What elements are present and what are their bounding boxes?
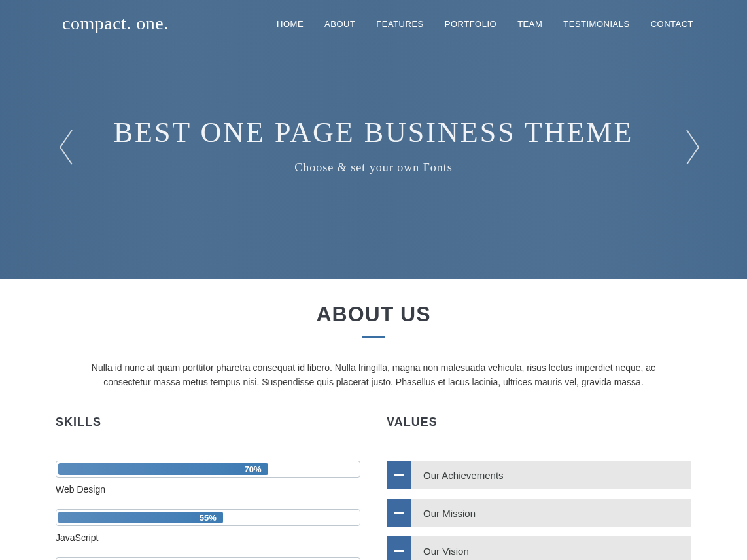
skill-third: 80% bbox=[56, 557, 360, 560]
skill-javascript: 55% JavaScript bbox=[56, 509, 360, 543]
slider-next-icon[interactable] bbox=[686, 128, 701, 167]
skill-percent: 70% bbox=[245, 464, 262, 474]
skill-fill: 55% bbox=[58, 512, 223, 523]
skills-title: SKILLS bbox=[56, 415, 360, 429]
skill-bar: 70% bbox=[56, 461, 360, 478]
slider-prev-icon[interactable] bbox=[58, 128, 73, 167]
accordion-label[interactable]: Our Achievements bbox=[411, 461, 691, 489]
site-header: compact. one. HOME ABOUT FEATURES PORTFO… bbox=[0, 0, 747, 34]
about-text: Nulla id nunc at quam porttitor pharetra… bbox=[89, 361, 658, 389]
accordion-label[interactable]: Our Mission bbox=[411, 499, 691, 527]
values-title: VALUES bbox=[387, 415, 691, 429]
nav-testimonials[interactable]: TESTIMONIALS bbox=[563, 19, 629, 29]
about-columns: SKILLS 70% Web Design 55% JavaScript bbox=[56, 415, 691, 560]
skill-bar: 55% bbox=[56, 509, 360, 526]
minus-icon[interactable] bbox=[387, 461, 411, 489]
skill-percent: 55% bbox=[200, 513, 217, 523]
minus-icon[interactable] bbox=[387, 536, 411, 560]
title-underline bbox=[362, 336, 385, 338]
about-section: ABOUT US Nulla id nunc at quam porttitor… bbox=[0, 279, 747, 560]
about-title: ABOUT US bbox=[56, 302, 691, 326]
accordion-mission[interactable]: Our Mission bbox=[387, 499, 691, 527]
nav-team[interactable]: TEAM bbox=[517, 19, 542, 29]
skill-label: Web Design bbox=[56, 484, 360, 495]
skill-bar: 80% bbox=[56, 557, 360, 560]
values-column: VALUES Our Achievements Our Mission Our … bbox=[387, 415, 691, 560]
accordion-achievements[interactable]: Our Achievements bbox=[387, 461, 691, 489]
hero-title: BEST ONE PAGE BUSINESS THEME bbox=[0, 116, 747, 149]
nav-portfolio[interactable]: PORTFOLIO bbox=[445, 19, 496, 29]
skills-column: SKILLS 70% Web Design 55% JavaScript bbox=[56, 415, 360, 560]
accordion-label[interactable]: Our Vision bbox=[411, 536, 691, 560]
nav-features[interactable]: FEATURES bbox=[376, 19, 423, 29]
accordion-vision[interactable]: Our Vision bbox=[387, 536, 691, 560]
minus-icon[interactable] bbox=[387, 499, 411, 527]
skill-web-design: 70% Web Design bbox=[56, 461, 360, 495]
nav-contact[interactable]: CONTACT bbox=[651, 19, 693, 29]
hero-banner: compact. one. HOME ABOUT FEATURES PORTFO… bbox=[0, 0, 747, 279]
nav-about[interactable]: ABOUT bbox=[324, 19, 355, 29]
main-nav: HOME ABOUT FEATURES PORTFOLIO TEAM TESTI… bbox=[277, 19, 693, 29]
site-logo[interactable]: compact. one. bbox=[62, 13, 169, 34]
hero-subtitle: Choose & set your own Fonts bbox=[0, 161, 747, 175]
nav-home[interactable]: HOME bbox=[277, 19, 304, 29]
skill-fill: 70% bbox=[58, 463, 268, 475]
hero-content: BEST ONE PAGE BUSINESS THEME Choose & se… bbox=[0, 116, 747, 175]
skill-label: JavaScript bbox=[56, 533, 360, 543]
